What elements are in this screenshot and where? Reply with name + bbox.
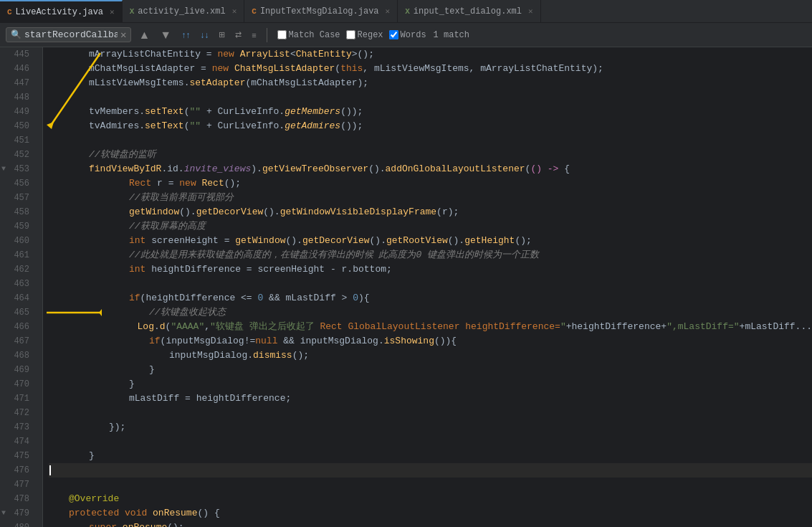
code-line-475: } bbox=[49, 449, 812, 463]
regex-checkbox[interactable] bbox=[346, 30, 355, 39]
line-number-473: 473 bbox=[0, 420, 37, 435]
tab-close-4[interactable]: ✕ bbox=[528, 6, 533, 16]
line-number-452: 452 bbox=[0, 148, 37, 162]
code-line-465: //软键盘收起状态 bbox=[49, 305, 812, 320]
line-number-456: 456 bbox=[0, 176, 37, 191]
search-replace-button[interactable]: ⇄ bbox=[232, 29, 244, 41]
line-number-457: 457 bbox=[0, 191, 37, 205]
xml-icon-2: X bbox=[405, 7, 410, 16]
search-options: Match Case Regex Words bbox=[277, 30, 426, 40]
search-clear-button[interactable]: ✕ bbox=[120, 30, 126, 40]
match-case-option[interactable]: Match Case bbox=[277, 30, 340, 40]
code-line-452: //软键盘的监听 bbox=[49, 148, 812, 162]
line-number-450: 450 bbox=[0, 119, 37, 133]
code-line-453: findViewByIdR.id.invite_views).getViewTr… bbox=[49, 162, 812, 176]
code-line-448 bbox=[49, 90, 812, 105]
tab-close-1[interactable]: ✕ bbox=[110, 7, 115, 16]
line-number-467: 467 bbox=[0, 334, 37, 348]
tab-input-text-xml[interactable]: X input_text_dialog.xml ✕ bbox=[398, 0, 540, 23]
line-number-476: 476 bbox=[0, 463, 37, 478]
code-line-470: } bbox=[49, 377, 812, 391]
code-line-451 bbox=[49, 133, 812, 148]
words-label: Words bbox=[401, 30, 426, 40]
java-icon: C bbox=[7, 8, 12, 16]
tab-live-activity[interactable]: C LiveActivity.java ✕ bbox=[0, 0, 123, 23]
line-number-460: 460 bbox=[0, 234, 37, 248]
line-number-464: 464 bbox=[0, 291, 37, 305]
code-line-446: mChatMsgListAdapter = new ChatMsgListAda… bbox=[49, 62, 812, 76]
tab-label-input-xml: input_text_dialog.xml bbox=[414, 6, 522, 16]
code-line-450: tvAdmires.setText("" + CurLiveInfo.getAd… bbox=[49, 119, 812, 133]
match-case-label: Match Case bbox=[289, 30, 340, 40]
java-icon-2: C bbox=[252, 7, 257, 16]
code-line-460: int screenHeight = getWindow().getDecorV… bbox=[49, 234, 812, 248]
line-number-468: 468 bbox=[0, 348, 37, 363]
line-number-453: ▼453 bbox=[0, 162, 37, 176]
line-number-451: 451 bbox=[0, 133, 37, 148]
line-number-478: 478 bbox=[0, 492, 37, 506]
search-next-button[interactable]: ▼ bbox=[157, 27, 174, 43]
code-content[interactable]: mArrayListChatEntity = new ArrayList<Cha… bbox=[43, 47, 812, 527]
line-number-474: 474 bbox=[0, 435, 37, 449]
tab-activity-live-xml[interactable]: X activity_live.xml ✕ bbox=[123, 0, 245, 23]
search-icon: 🔍 bbox=[11, 29, 22, 40]
search-bar: 🔍 ✕ ▲ ▼ ↑↑ ↓↓ ⊞ ⇄ ≡ Match Case Regex Wor… bbox=[0, 23, 812, 47]
tab-close-3[interactable]: ✕ bbox=[386, 6, 391, 16]
line-number-479: ▼479 bbox=[0, 506, 37, 521]
line-number-446: 446 bbox=[0, 62, 37, 76]
line-number-448: 448 bbox=[0, 90, 37, 105]
words-option[interactable]: Words bbox=[389, 30, 426, 40]
code-line-472 bbox=[49, 406, 812, 420]
code-line-467: if(inputMsgDialog!=null && inputMsgDialo… bbox=[49, 334, 812, 348]
search-up-button[interactable]: ↑↑ bbox=[178, 29, 193, 42]
code-line-477 bbox=[49, 478, 812, 492]
search-input[interactable] bbox=[24, 29, 118, 40]
code-area: 445446447448449450451452▼453456457458459… bbox=[0, 47, 812, 527]
tab-close-2[interactable]: ✕ bbox=[232, 6, 237, 16]
code-line-478: @Override bbox=[49, 492, 812, 506]
line-numbers: 445446447448449450451452▼453456457458459… bbox=[0, 47, 43, 527]
search-down-button[interactable]: ↓↓ bbox=[197, 29, 211, 42]
line-number-470: 470 bbox=[0, 377, 37, 391]
line-number-462: 462 bbox=[0, 262, 37, 277]
code-line-447: mListViewMsgItems.setAdapter(mChatMsgLis… bbox=[49, 76, 812, 90]
tab-label-activity-live: activity_live.xml bbox=[138, 6, 225, 16]
code-line-456: Rect r = new Rect(); bbox=[49, 176, 812, 191]
code-line-457: //获取当前界面可视部分 bbox=[49, 191, 812, 205]
line-number-480: 480 bbox=[0, 521, 37, 527]
code-line-479: protected void onResume() { bbox=[49, 506, 812, 521]
line-number-469: 469 bbox=[0, 363, 37, 377]
code-line-461: //此处就是用来获取键盘的高度的，在键盘没有弹出的时候 此高度为0 键盘弹出的时… bbox=[49, 248, 812, 262]
line-number-465: 465 bbox=[0, 305, 37, 320]
line-number-461: 461 bbox=[0, 248, 37, 262]
code-line-473: }); bbox=[49, 420, 812, 435]
search-prev-button[interactable]: ▲ bbox=[135, 27, 153, 43]
tab-label-live-activity: LiveActivity.java bbox=[16, 7, 103, 17]
search-filter-button[interactable]: ⊞ bbox=[216, 29, 228, 41]
search-extra1[interactable]: ≡ bbox=[249, 29, 259, 41]
code-line-458: getWindow().getDecorView().getWindowVisi… bbox=[49, 205, 812, 219]
regex-option[interactable]: Regex bbox=[346, 30, 383, 40]
code-line-462: int heightDifference = screenHeight - r.… bbox=[49, 262, 812, 277]
code-line-449: tvMembers.setText("" + CurLiveInfo.getMe… bbox=[49, 105, 812, 119]
code-line-480: super.onResume(); bbox=[49, 521, 812, 527]
tab-input-text-dialog[interactable]: C InputTextMsgDialog.java ✕ bbox=[244, 0, 398, 23]
code-line-463 bbox=[49, 277, 812, 291]
regex-label: Regex bbox=[358, 30, 383, 40]
code-line-469: } bbox=[49, 363, 812, 377]
match-case-checkbox[interactable] bbox=[277, 30, 287, 39]
line-number-447: 447 bbox=[0, 76, 37, 90]
tab-label-input-text: InputTextMsgDialog.java bbox=[260, 6, 379, 16]
line-number-445: 445 bbox=[0, 47, 37, 62]
line-number-463: 463 bbox=[0, 277, 37, 291]
line-number-466: 466 bbox=[0, 320, 37, 334]
code-line-466: Log.d("AAAA","软键盘 弹出之后收起了 Rect GlobalLay… bbox=[49, 320, 812, 334]
code-line-468: inputMsgDialog.dismiss(); bbox=[49, 348, 812, 363]
code-line-471: mLastDiff = heightDifference; bbox=[49, 391, 812, 406]
words-checkbox[interactable] bbox=[389, 30, 398, 39]
line-number-472: 472 bbox=[0, 406, 37, 420]
code-line-445: mArrayListChatEntity = new ArrayList<Cha… bbox=[49, 47, 812, 62]
line-number-458: 458 bbox=[0, 205, 37, 219]
match-count: 1 match bbox=[434, 30, 469, 40]
tab-bar: C LiveActivity.java ✕ X activity_live.xm… bbox=[0, 0, 812, 23]
